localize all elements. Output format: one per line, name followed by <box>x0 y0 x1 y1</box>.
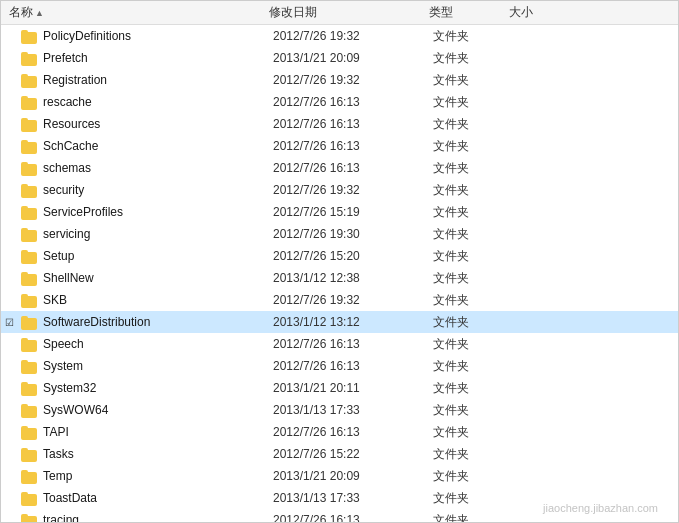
header-date[interactable]: 修改日期 <box>265 4 425 21</box>
header-name[interactable]: 名称 ▲ <box>5 4 265 21</box>
file-name: PolicyDefinitions <box>43 29 273 43</box>
table-row[interactable]: SchCache2012/7/26 16:13文件夹 <box>1 135 678 157</box>
file-date: 2012/7/26 15:22 <box>273 447 433 461</box>
folder-icon <box>21 336 39 352</box>
header-type[interactable]: 类型 <box>425 4 505 21</box>
table-row[interactable]: ☑SoftwareDistribution2013/1/12 13:12文件夹 <box>1 311 678 333</box>
file-date: 2012/7/26 16:13 <box>273 95 433 109</box>
file-date: 2012/7/26 16:13 <box>273 117 433 131</box>
file-date: 2013/1/12 13:12 <box>273 315 433 329</box>
file-type: 文件夹 <box>433 314 513 331</box>
header-type-label: 类型 <box>429 4 453 21</box>
folder-icon <box>21 380 39 396</box>
table-row[interactable]: SKB2012/7/26 19:32文件夹 <box>1 289 678 311</box>
file-name: tracing <box>43 513 273 522</box>
folder-icon <box>21 292 39 308</box>
file-name: TAPI <box>43 425 273 439</box>
header-size[interactable]: 大小 <box>505 4 585 21</box>
table-row[interactable]: security2012/7/26 19:32文件夹 <box>1 179 678 201</box>
folder-icon <box>21 468 39 484</box>
table-row[interactable]: schemas2012/7/26 16:13文件夹 <box>1 157 678 179</box>
table-row[interactable]: TAPI2012/7/26 16:13文件夹 <box>1 421 678 443</box>
file-type: 文件夹 <box>433 248 513 265</box>
file-date: 2012/7/26 16:13 <box>273 513 433 522</box>
file-type: 文件夹 <box>433 292 513 309</box>
file-date: 2012/7/26 19:32 <box>273 29 433 43</box>
folder-icon <box>21 490 39 506</box>
file-type: 文件夹 <box>433 204 513 221</box>
header-date-label: 修改日期 <box>269 4 317 21</box>
table-row[interactable]: tracing2012/7/26 16:13文件夹 <box>1 509 678 522</box>
folder-icon <box>21 512 39 522</box>
folder-icon <box>21 138 39 154</box>
file-date: 2012/7/26 19:32 <box>273 183 433 197</box>
table-row[interactable]: Speech2012/7/26 16:13文件夹 <box>1 333 678 355</box>
file-type: 文件夹 <box>433 270 513 287</box>
table-row[interactable]: Temp2013/1/21 20:09文件夹 <box>1 465 678 487</box>
file-name: SoftwareDistribution <box>43 315 273 329</box>
file-date: 2012/7/26 16:13 <box>273 161 433 175</box>
table-row[interactable]: PolicyDefinitions2012/7/26 19:32文件夹 <box>1 25 678 47</box>
folder-icon <box>21 226 39 242</box>
table-row[interactable]: ServiceProfiles2012/7/26 15:19文件夹 <box>1 201 678 223</box>
file-type: 文件夹 <box>433 490 513 507</box>
file-name: ToastData <box>43 491 273 505</box>
file-name: Speech <box>43 337 273 351</box>
table-row[interactable]: servicing2012/7/26 19:30文件夹 <box>1 223 678 245</box>
file-date: 2012/7/26 16:13 <box>273 337 433 351</box>
folder-icon <box>21 446 39 462</box>
table-row[interactable]: ShellNew2013/1/12 12:38文件夹 <box>1 267 678 289</box>
table-row[interactable]: Setup2012/7/26 15:20文件夹 <box>1 245 678 267</box>
file-name: SchCache <box>43 139 273 153</box>
file-type: 文件夹 <box>433 94 513 111</box>
file-name: Resources <box>43 117 273 131</box>
file-name: Prefetch <box>43 51 273 65</box>
table-row[interactable]: Registration2012/7/26 19:32文件夹 <box>1 69 678 91</box>
file-type: 文件夹 <box>433 72 513 89</box>
table-row[interactable]: Tasks2012/7/26 15:22文件夹 <box>1 443 678 465</box>
table-row[interactable]: System322013/1/21 20:11文件夹 <box>1 377 678 399</box>
file-name: servicing <box>43 227 273 241</box>
folder-icon <box>21 182 39 198</box>
file-type: 文件夹 <box>433 182 513 199</box>
file-name: System <box>43 359 273 373</box>
file-name: Registration <box>43 73 273 87</box>
table-row[interactable]: System2012/7/26 16:13文件夹 <box>1 355 678 377</box>
file-date: 2012/7/26 19:32 <box>273 293 433 307</box>
file-date: 2013/1/21 20:11 <box>273 381 433 395</box>
folder-icon <box>21 248 39 264</box>
table-row[interactable]: Prefetch2013/1/21 20:09文件夹 <box>1 47 678 69</box>
column-header: 名称 ▲ 修改日期 类型 大小 <box>1 1 678 25</box>
file-name: Tasks <box>43 447 273 461</box>
table-row[interactable]: SysWOW642013/1/13 17:33文件夹 <box>1 399 678 421</box>
file-date: 2013/1/21 20:09 <box>273 51 433 65</box>
file-type: 文件夹 <box>433 50 513 67</box>
file-type: 文件夹 <box>433 358 513 375</box>
table-row[interactable]: ToastData2013/1/13 17:33文件夹 <box>1 487 678 509</box>
folder-icon <box>21 50 39 66</box>
folder-icon <box>21 358 39 374</box>
file-date: 2012/7/26 16:13 <box>273 359 433 373</box>
file-type: 文件夹 <box>433 336 513 353</box>
sort-arrow-name: ▲ <box>35 8 44 18</box>
file-name: Temp <box>43 469 273 483</box>
folder-icon <box>21 402 39 418</box>
file-name: schemas <box>43 161 273 175</box>
file-name: ShellNew <box>43 271 273 285</box>
folder-icon <box>21 72 39 88</box>
file-list-body[interactable]: PolicyDefinitions2012/7/26 19:32文件夹Prefe… <box>1 25 678 522</box>
file-date: 2013/1/12 12:38 <box>273 271 433 285</box>
table-row[interactable]: rescache2012/7/26 16:13文件夹 <box>1 91 678 113</box>
file-type: 文件夹 <box>433 28 513 45</box>
folder-icon <box>21 94 39 110</box>
file-type: 文件夹 <box>433 138 513 155</box>
file-date: 2012/7/26 15:19 <box>273 205 433 219</box>
folder-icon <box>21 314 39 330</box>
file-explorer: 名称 ▲ 修改日期 类型 大小 PolicyDefinitions2012/7/… <box>0 0 679 523</box>
file-name: SKB <box>43 293 273 307</box>
file-name: System32 <box>43 381 273 395</box>
table-row[interactable]: Resources2012/7/26 16:13文件夹 <box>1 113 678 135</box>
file-type: 文件夹 <box>433 512 513 523</box>
folder-icon <box>21 204 39 220</box>
file-type: 文件夹 <box>433 468 513 485</box>
